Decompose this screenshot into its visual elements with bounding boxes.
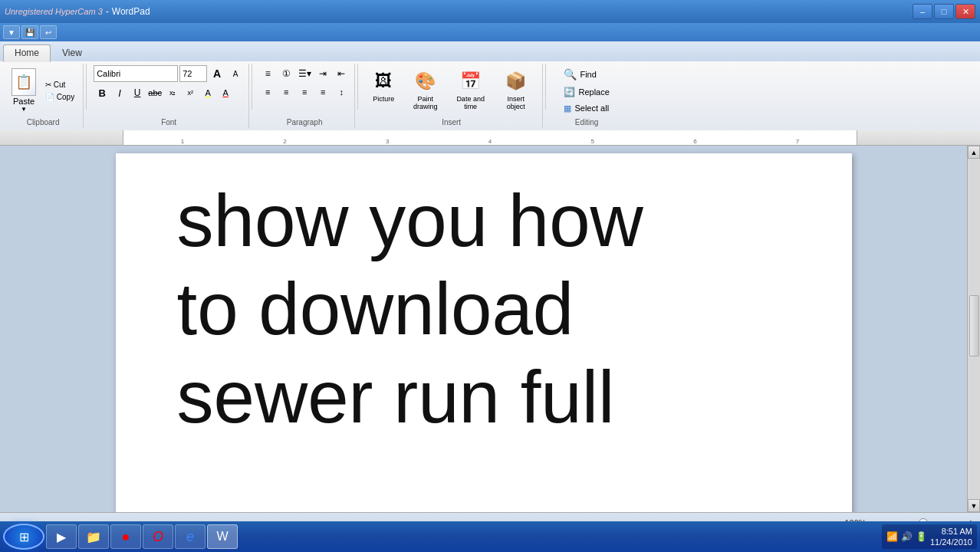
superscript-button[interactable]: x² — [182, 84, 199, 101]
italic-button[interactable]: I — [111, 84, 128, 101]
scroll-thumb[interactable] — [969, 295, 979, 356]
cut-button[interactable]: ✂ Cut — [41, 79, 78, 90]
title-text-area: Unregistered HyperCam 3 - WordPad — [5, 6, 913, 17]
indent-decrease-button[interactable]: ⇤ — [333, 65, 350, 82]
document-line-2: to download — [177, 264, 791, 353]
font-group-label: Font — [161, 116, 176, 127]
qa-menu-button[interactable]: ▼ — [3, 25, 20, 39]
scroll-up-button[interactable]: ▲ — [968, 146, 980, 159]
start-button[interactable]: ⊞ — [3, 524, 44, 550]
ruler-mark-5: 5 — [590, 138, 594, 145]
ruler-mark-7: 7 — [796, 138, 799, 145]
paste-label: Paste — [13, 97, 35, 106]
font-grow-button[interactable]: A — [209, 65, 225, 82]
replace-button[interactable]: 🔄 Replace — [560, 84, 613, 100]
insert-picture-button[interactable]: 🖼 Picture — [365, 65, 402, 105]
clipboard-group: 📋 Paste ▼ ✂ Cut 📄 Copy Clipboard — [3, 64, 84, 128]
system-clock: 8:51 AM 11/24/2010 — [930, 526, 972, 548]
find-button[interactable]: 🔍 Find — [560, 66, 613, 83]
opera-icon: O — [153, 529, 163, 545]
cut-label: Cut — [54, 80, 66, 89]
app-name: WordPad — [112, 6, 150, 17]
find-label: Find — [580, 70, 596, 79]
strikethrough-button[interactable]: abc — [146, 84, 163, 101]
font-format-row: B I U abc x₂ x² A A — [94, 84, 244, 101]
ruler: 1 2 3 4 5 6 7 — [0, 130, 980, 146]
date-icon: 📅 — [457, 67, 485, 95]
scroll-down-button[interactable]: ▼ — [968, 499, 980, 512]
taskbar-media-button[interactable]: ▶ — [46, 524, 77, 549]
line-spacing-button[interactable]: ↕ — [333, 84, 350, 100]
align-left-button[interactable]: ≡ — [259, 84, 276, 100]
list-style-button[interactable]: ☰▾ — [296, 65, 313, 82]
document-page[interactable]: show you how to download sewer run full — [116, 153, 852, 524]
tray-network-icon: 📶 — [886, 531, 898, 542]
paste-icon: 📋 — [12, 68, 36, 96]
select-all-button[interactable]: ▦ Select all — [560, 101, 613, 116]
tab-home[interactable]: Home — [3, 44, 51, 62]
insert-paint-button[interactable]: 🎨 Paint drawing — [403, 65, 447, 113]
ruler-mark-1: 1 — [181, 138, 184, 145]
font-name-input[interactable] — [94, 65, 178, 82]
paint-label: Paint drawing — [408, 95, 442, 110]
underline-button[interactable]: U — [129, 84, 146, 101]
ruler-mark-2: 2 — [283, 138, 286, 145]
insert-group: 🖼 Picture 🎨 Paint drawing 📅 Date and tim… — [360, 64, 543, 128]
date-label: Date and time — [453, 95, 488, 110]
paste-dropdown-arrow: ▼ — [21, 106, 27, 113]
insert-date-button[interactable]: 📅 Date and time — [449, 65, 492, 113]
document-area: show you how to download sewer run full … — [0, 146, 980, 532]
qa-save-button[interactable]: 💾 — [21, 25, 38, 39]
page-container: show you how to download sewer run full — [0, 146, 967, 532]
ordered-list-button[interactable]: ① — [278, 65, 294, 82]
bold-button[interactable]: B — [94, 84, 110, 101]
taskbar-wordpad-button[interactable]: W — [207, 524, 238, 549]
vodafone-icon: ● — [122, 529, 130, 545]
scroll-track[interactable] — [968, 159, 980, 499]
tray-volume-icon: 🔊 — [901, 531, 913, 542]
clipboard-content: 📋 Paste ▼ ✂ Cut 📄 Copy — [8, 65, 78, 116]
clipboard-small-buttons: ✂ Cut 📄 Copy — [41, 79, 78, 103]
maximize-button[interactable]: □ — [934, 4, 954, 19]
replace-icon: 🔄 — [564, 87, 575, 97]
taskbar-folder-button[interactable]: 📁 — [78, 524, 109, 549]
clipboard-group-label: Clipboard — [27, 116, 60, 127]
font-shrink-button[interactable]: A — [227, 65, 244, 82]
qa-undo-button[interactable]: ↩ — [40, 25, 57, 39]
close-button[interactable]: ✕ — [955, 4, 975, 19]
indent-increase-button[interactable]: ⇥ — [314, 65, 331, 82]
minimize-button[interactable]: – — [913, 4, 932, 19]
title-bar: Unregistered HyperCam 3 - WordPad – □ ✕ — [0, 0, 980, 23]
picture-label: Picture — [373, 95, 394, 103]
align-buttons-row: ≡ ≡ ≡ ≡ ↕ — [259, 84, 350, 100]
tab-view[interactable]: View — [51, 44, 94, 61]
system-tray: 📶 🔊 🔋 8:51 AM 11/24/2010 — [882, 524, 977, 550]
taskbar-opera-button[interactable]: O — [143, 524, 173, 549]
paste-button[interactable]: 📋 Paste ▼ — [8, 66, 40, 115]
copy-label: Copy — [57, 93, 74, 101]
wordpad-icon: W — [216, 530, 228, 544]
font-row1: A A — [94, 65, 244, 82]
insert-object-button[interactable]: 📦 Insert object — [494, 65, 538, 113]
align-right-button[interactable]: ≡ — [296, 84, 313, 100]
insert-group-label: Insert — [442, 116, 461, 127]
object-icon: 📦 — [502, 67, 530, 95]
taskbar-ie-button[interactable]: e — [175, 524, 206, 549]
watermark-text: Unregistered HyperCam 3 — [5, 7, 103, 16]
align-justify-button[interactable]: ≡ — [314, 84, 331, 100]
subscript-button[interactable]: x₂ — [164, 84, 181, 101]
media-icon: ▶ — [57, 530, 66, 544]
font-size-input[interactable] — [179, 65, 207, 82]
clock-date: 11/24/2010 — [930, 537, 972, 547]
align-center-button[interactable]: ≡ — [278, 84, 294, 100]
vertical-scrollbar[interactable]: ▲ ▼ — [967, 146, 980, 512]
copy-button[interactable]: 📄 Copy — [41, 91, 78, 103]
font-group-content: A A B I U abc x₂ x² A A — [94, 65, 244, 116]
unordered-list-button[interactable]: ≡ — [259, 65, 276, 82]
highlight-button[interactable]: A — [199, 84, 216, 101]
font-color-button[interactable]: A — [217, 84, 234, 101]
taskbar-vodafone-button[interactable]: ● — [110, 524, 141, 549]
ruler-mark-4: 4 — [488, 138, 492, 145]
list-buttons-row: ≡ ① ☰▾ ⇥ ⇤ — [259, 65, 350, 82]
select-all-icon: ▦ — [564, 104, 571, 113]
